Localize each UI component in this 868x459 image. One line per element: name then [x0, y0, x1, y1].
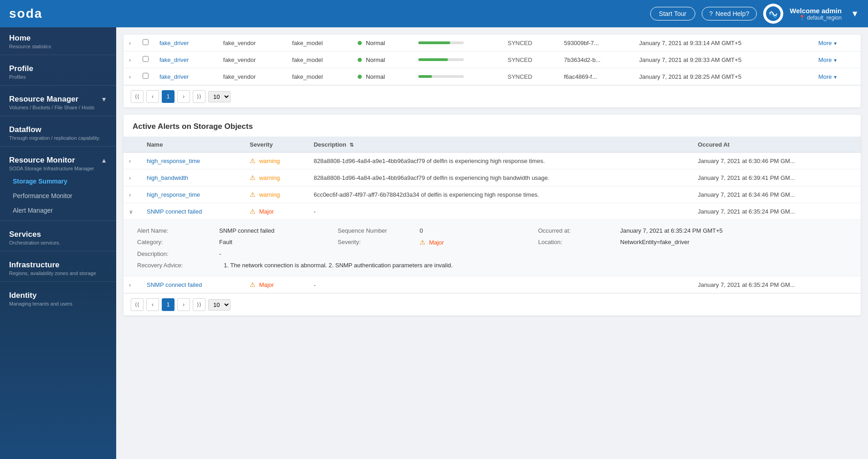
alert-expander-icon[interactable]: ›	[129, 175, 131, 181]
more-button[interactable]: More	[818, 73, 837, 80]
alerts-next-page-button[interactable]: ›	[177, 298, 190, 311]
location-label: Location:	[538, 239, 620, 246]
last-page-button[interactable]: ⟩⟩	[193, 90, 205, 103]
driver-link[interactable]: fake_driver	[159, 56, 189, 63]
severity-label: warning	[259, 158, 280, 164]
resource-manager-chevron-icon: ▼	[101, 96, 107, 103]
status-label: Normal	[366, 56, 385, 63]
sidebar-item-home[interactable]: Home Resource statistics	[0, 27, 116, 52]
alerts-first-page-button[interactable]: ⟨⟨	[131, 298, 144, 311]
table-row: › fake_driver fake_vendor fake_model Nor…	[123, 51, 861, 68]
alert-expander[interactable]: ›	[123, 169, 141, 186]
sidebar-item-resource-monitor[interactable]: Resource Monitor ▲ SODA Storage Infrastr…	[0, 149, 116, 174]
sidebar-item-resource-manager[interactable]: Resource Manager ▼ Volumes / Buckets / F…	[0, 88, 116, 113]
alerts-panel: Active Alerts on Storage Objects Name Se…	[123, 115, 861, 316]
warning-icon: ⚠	[250, 208, 256, 215]
alerts-prev-page-button[interactable]: ‹	[146, 298, 159, 311]
alert-name-link[interactable]: SNMP connect failed	[147, 208, 202, 215]
status-cell: Normal	[352, 35, 412, 51]
sidebar-subitem-storage-summary[interactable]: Storage Summary	[0, 174, 116, 189]
progress-cell	[413, 68, 502, 85]
id-cell: 7b3634d2-b...	[559, 51, 634, 68]
alert-occurred-cell: January 7, 2021 at 6:35:24 PM GM...	[693, 203, 861, 220]
alert-name-link[interactable]: high_response_time	[147, 158, 200, 164]
more-cell: More	[813, 51, 861, 68]
warning-icon: ⚠	[250, 157, 256, 164]
id-cell: 593009bf-7...	[559, 35, 634, 51]
more-button[interactable]: More	[818, 40, 837, 46]
topnav-actions: Start Tour ? Need Help? Welcome admin 📍 …	[650, 4, 859, 24]
more-button[interactable]: More	[818, 56, 837, 63]
region-label: 📍 default_region	[790, 15, 842, 21]
alert-expander[interactable]: ›	[123, 276, 141, 293]
driver-link[interactable]: fake_driver	[159, 73, 189, 80]
row-expander[interactable]: ›	[123, 35, 137, 51]
driver-cell: fake_driver	[154, 51, 218, 68]
alert-expander-icon[interactable]: ›	[129, 192, 131, 198]
description-sort-icon[interactable]: ⇅	[349, 142, 354, 148]
page-size-select-top[interactable]: 10 20 50	[208, 91, 231, 102]
storage-devices-panel: › fake_driver fake_vendor fake_model Nor…	[123, 35, 861, 107]
need-help-button[interactable]: ? Need Help?	[702, 7, 757, 20]
row-checkbox[interactable]	[137, 51, 154, 68]
alert-expander[interactable]: ›	[123, 186, 141, 203]
storage-table: › fake_driver fake_vendor fake_model Nor…	[123, 35, 861, 85]
more-cell: More	[813, 35, 861, 51]
page-1-button[interactable]: 1	[162, 90, 175, 103]
alert-name-link[interactable]: high_bandwidth	[147, 174, 188, 181]
alert-expander[interactable]: ∨	[123, 203, 141, 220]
row-checkbox[interactable]	[137, 68, 154, 85]
alerts-header: Active Alerts on Storage Objects	[123, 115, 861, 137]
progress-cell	[413, 51, 502, 68]
seq-num-value: 0	[420, 227, 538, 234]
alert-name-link[interactable]: SNMP connect failed	[147, 281, 202, 288]
id-cell: f6ac4869-f...	[559, 68, 634, 85]
sidebar-item-profile[interactable]: Profile Profiles	[0, 58, 116, 82]
description-detail-value: -	[219, 250, 338, 257]
status-dot-icon	[358, 75, 362, 79]
severity-label: Major	[259, 281, 274, 288]
question-icon: ?	[709, 10, 713, 17]
sidebar-subitem-performance-monitor[interactable]: Performance Monitor	[0, 189, 116, 203]
app-logo: soda	[9, 6, 42, 21]
sidebar-item-identity[interactable]: Identity Managing tenants and users	[0, 285, 116, 309]
first-page-button[interactable]: ⟨⟨	[131, 90, 144, 103]
alert-name-value: SNMP connect failed	[219, 227, 338, 234]
alert-severity-cell: ⚠ Major	[244, 203, 308, 220]
row-checkbox[interactable]	[137, 35, 154, 51]
next-page-button[interactable]: ›	[177, 90, 190, 103]
alert-severity-cell: ⚠ warning	[244, 169, 308, 186]
occurred-at-value: January 7, 2021 at 6:35:24 PM GMT+5	[620, 227, 847, 234]
page-size-select-bottom[interactable]: 10 20 50	[208, 299, 231, 311]
table-row: › fake_driver fake_vendor fake_model Nor…	[123, 68, 861, 85]
sidebar-item-infrastructure[interactable]: Infrastructure Regions, availability zon…	[0, 254, 116, 279]
alert-severity-cell: ⚠ Major	[244, 276, 308, 293]
alerts-last-page-button[interactable]: ⟩⟩	[193, 298, 205, 311]
alert-row: › high_response_time ⚠ warning 6cc0ec6f-…	[123, 186, 861, 203]
user-menu-chevron-icon[interactable]: ▼	[851, 9, 859, 19]
progress-bar	[418, 58, 464, 61]
sidebar-item-services[interactable]: Services Orchestration services.	[0, 224, 116, 248]
alerts-page-1-button[interactable]: 1	[162, 298, 175, 311]
alert-name-link[interactable]: high_response_time	[147, 191, 200, 198]
driver-cell: fake_driver	[154, 35, 218, 51]
start-tour-button[interactable]: Start Tour	[650, 7, 695, 20]
prev-page-button[interactable]: ‹	[146, 90, 159, 103]
row-expander[interactable]: ›	[123, 51, 137, 68]
alert-expander[interactable]: ›	[123, 153, 141, 169]
alert-expander-icon[interactable]: ∨	[129, 209, 133, 215]
date-cell: January 7, 2021 at 9:28:33 AM GMT+5	[634, 51, 813, 68]
alert-expander-icon[interactable]: ›	[129, 158, 131, 164]
row-expander[interactable]: ›	[123, 68, 137, 85]
recovery-label: Recovery Advice:	[137, 262, 219, 269]
progress-bar	[418, 75, 464, 78]
sidebar-subitem-alert-manager[interactable]: Alert Manager	[0, 203, 116, 218]
sidebar-item-dataflow[interactable]: Dataflow Through migration / replication…	[0, 119, 116, 143]
alert-severity-cell: ⚠ warning	[244, 153, 308, 169]
occurred-at-col-header: Occured At	[693, 137, 861, 153]
driver-link[interactable]: fake_driver	[159, 40, 189, 46]
alert-expander-icon[interactable]: ›	[129, 282, 131, 288]
warning-icon: ⚠	[250, 174, 256, 181]
alert-severity-cell: ⚠ warning	[244, 186, 308, 203]
more-cell: More	[813, 68, 861, 85]
